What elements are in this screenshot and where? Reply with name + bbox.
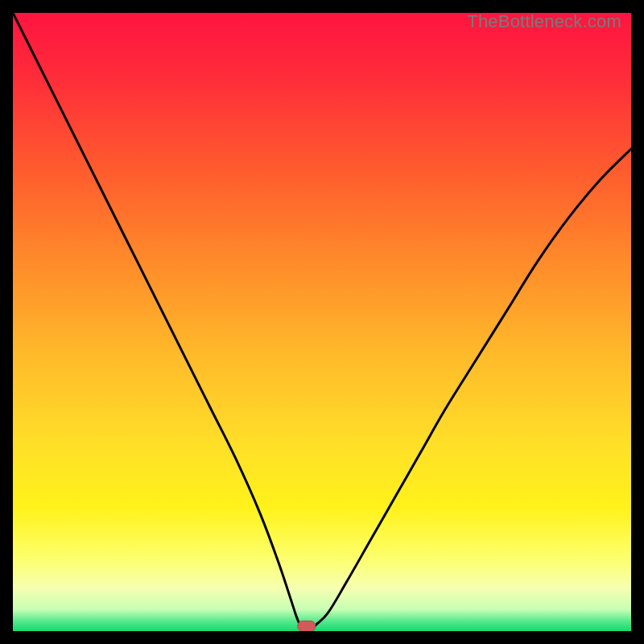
- gradient-background: [13, 13, 631, 631]
- bottleneck-chart: [13, 13, 631, 631]
- chart-frame: TheBottleneck.com: [13, 13, 631, 631]
- optimal-marker: [298, 621, 316, 631]
- watermark-text: TheBottleneck.com: [467, 11, 621, 32]
